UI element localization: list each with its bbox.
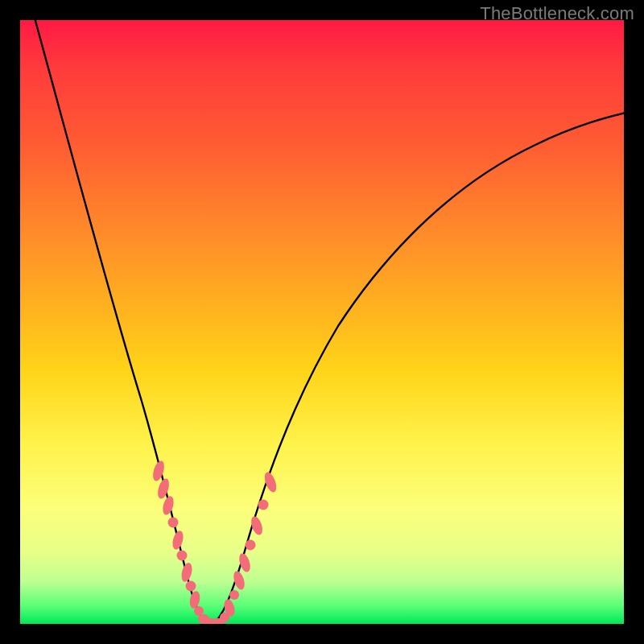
svg-point-20 <box>258 500 269 510</box>
svg-point-18 <box>246 540 256 551</box>
svg-point-7 <box>186 581 196 592</box>
svg-point-15 <box>229 590 239 600</box>
right-branch-curve <box>213 111 624 624</box>
watermark-text: TheBottleneck.com <box>480 3 634 24</box>
svg-point-4 <box>171 530 185 551</box>
curve-layer <box>20 20 624 624</box>
left-branch-markers <box>151 460 217 624</box>
svg-point-6 <box>180 562 193 583</box>
svg-point-21 <box>262 471 279 494</box>
svg-point-9 <box>194 606 204 616</box>
chart-frame: TheBottleneck.com <box>0 0 644 644</box>
svg-point-3 <box>168 518 179 528</box>
plot-area <box>20 20 624 624</box>
svg-point-5 <box>177 551 188 561</box>
svg-point-2 <box>161 495 175 516</box>
svg-point-0 <box>151 460 166 482</box>
